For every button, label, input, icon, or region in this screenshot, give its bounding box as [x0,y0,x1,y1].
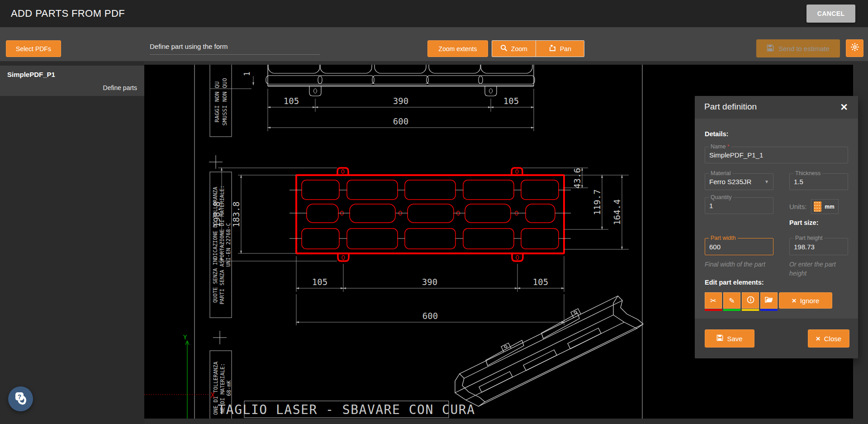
save-label: Save [727,335,742,343]
cut-element-button[interactable]: ✂ [705,292,722,311]
zoom-button-label: Zoom [511,45,527,52]
save-button[interactable]: Save [705,329,754,348]
material-select[interactable]: Ferro S235JR [709,174,769,190]
toolbar: Select PDFs Define part using the form Z… [0,27,868,61]
folder-icon [765,296,773,305]
laser-note: TAGLIO LASER - SBAVARE CON CURA [218,401,475,418]
svg-text:43.6: 43.6 [572,168,582,189]
pencil-icon: ✎ [729,296,735,305]
units-row: Units: mm [789,199,839,214]
svg-text:198.8: 198.8 [212,201,222,227]
sheet-border [194,65,642,419]
svg-text:?: ? [17,393,21,400]
quantity-input[interactable] [709,198,769,214]
svg-text:183.8: 183.8 [231,201,241,227]
info-color-bar [742,309,759,311]
page-title: ADD PARTS FROM PDF [11,0,125,27]
margin-notes: RAGGI NON QU SMUSSI NON QUO QUOTE SENZA … [212,78,232,415]
chevron-down-icon[interactable]: ▼ [764,179,769,184]
open-element-button[interactable] [760,292,778,311]
edit-color-bar [723,309,740,311]
centerline-marks [289,190,571,238]
material-field: Material Ferro S235JR ▼ [705,173,773,190]
svg-text:UNI-EN 22768-C: UNI-EN 22768-C [225,223,232,267]
svg-text:105: 105 [533,277,548,287]
x-icon: × [816,335,821,343]
svg-text:164.4: 164.4 [612,199,622,225]
svg-text:600: 600 [422,311,438,321]
top-view-outline [266,65,535,96]
svg-text:390: 390 [393,96,408,106]
app-header: ADD PARTS FROM PDF CANCEL [0,0,868,27]
ignore-label: Ignore [800,297,820,305]
x-icon: × [792,297,797,305]
quantity-field: Quantity [705,197,773,214]
svg-text:390: 390 [422,277,437,287]
send-to-estimate-button[interactable]: Send to estimate [756,39,840,57]
svg-text:105: 105 [503,96,519,106]
info-element-button[interactable] [742,292,759,311]
select-pdfs-button[interactable]: Select PDFs [6,40,61,57]
name-input[interactable] [709,147,844,163]
part-dim-labels: 198.8 183.8 43.6 119.7 164.4 105 390 105… [212,168,622,321]
scissors-icon: ✂ [710,296,716,305]
svg-text:1: 1 [242,71,251,76]
svg-text:TAGLIO LASER - SBAVARE CON CUR: TAGLIO LASER - SBAVARE CON CURA [218,402,475,417]
define-part-hint: Define part using the form [150,43,320,55]
gear-icon [850,43,859,54]
panel-title: Part definition [704,102,757,112]
top-view-dim-labels: 1 105 390 105 600 [242,71,519,126]
part-dim-lines [218,168,629,325]
ignore-element-button[interactable]: × Ignore [779,292,832,309]
pdf-file-name: SimplePDF_P1 [7,71,55,78]
info-icon [747,296,754,305]
open-color-bar [760,309,778,311]
send-to-estimate-label: Send to estimate [778,45,830,52]
units-checkbox-icon [814,201,821,212]
svg-text:105: 105 [312,277,327,287]
part-width-field: Part width [705,238,773,255]
thickness-input[interactable] [794,174,844,190]
magnifier-icon [500,44,508,53]
pan-button[interactable]: Pan [536,41,584,57]
svg-text:SMUSSI NON QUO: SMUSSI NON QUO [221,78,228,125]
panel-close-icon[interactable]: ✕ [837,100,851,114]
part-height-field: Part height [789,238,848,255]
zoom-pan-group: Zoom Pan [492,40,584,57]
part-definition-panel: Part definition ✕ Details: Name * Materi… [695,96,858,358]
edit-element-button[interactable]: ✎ [723,292,740,311]
pdf-list-item[interactable]: SimplePDF_P1 Define parts [0,66,144,96]
pan-button-label: Pan [560,45,571,52]
svg-text:105: 105 [284,96,299,106]
units-toggle[interactable]: mm [811,199,838,214]
cancel-button[interactable]: CANCEL [806,5,855,23]
close-button[interactable]: × Close [808,329,849,348]
edit-tools-row: ✂ ✎ × Ignore [705,292,832,311]
pdf-file-status: Define parts [103,84,137,91]
x-axis-label: X [210,391,215,400]
pan-icon [549,44,556,53]
part-height-input[interactable] [794,238,844,255]
ucs-axes: Y X [144,333,215,419]
cut-color-bar [705,309,722,311]
panel-footer: Save × Close [695,319,858,358]
selected-part-outline[interactable] [296,168,564,261]
pdf-list-sidebar: SimplePDF_P1 Define parts [0,61,144,424]
name-field: Name * [705,147,848,163]
part-width-input[interactable] [709,238,769,255]
thickness-field: Thickness [789,173,848,190]
units-label: Units: [789,203,806,210]
svg-text:119.7: 119.7 [592,189,602,215]
zoom-button[interactable]: Zoom [492,41,536,57]
edit-elements-label: Edit part elements: [705,279,764,286]
help-chat-button[interactable]: ? [8,386,33,411]
close-label: Close [824,335,841,343]
units-value: mm [825,204,834,210]
settings-gear-button[interactable] [846,39,863,57]
details-label: Details: [705,130,728,138]
floppy-icon [716,334,723,343]
zoom-extents-button[interactable]: Zoom extents [427,40,488,57]
y-axis-label: Y [183,333,187,341]
panel-header: Part definition ✕ [695,96,858,119]
floppy-icon [767,44,774,53]
